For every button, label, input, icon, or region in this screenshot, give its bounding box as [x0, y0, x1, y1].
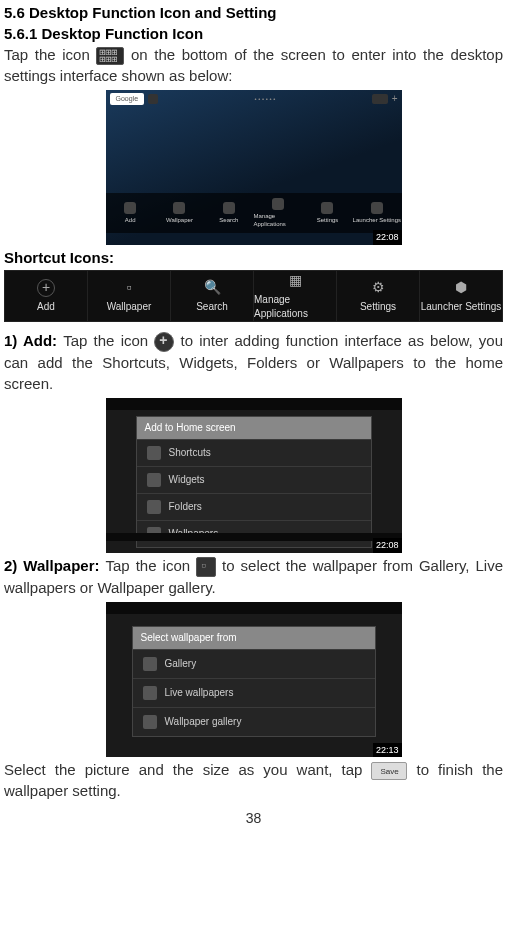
settings-icon: ⚙ — [369, 279, 387, 297]
label: Folders — [169, 500, 202, 514]
toolbar-item: Add — [106, 193, 155, 233]
shortcut-wallpaper: ▫Wallpaper — [87, 271, 170, 321]
dialog-row: Folders — [137, 493, 371, 520]
dialog-title: Add to Home screen — [137, 417, 371, 439]
dialog-row: Shortcuts — [137, 439, 371, 466]
label: Widgets — [169, 473, 205, 487]
wallpaper-dialog-screenshot: Select wallpaper from Gallery Live wallp… — [106, 602, 402, 757]
mic-icon — [148, 94, 158, 104]
label: Launcher Settings — [421, 300, 502, 314]
shortcut-settings: ⚙Settings — [336, 271, 419, 321]
shortcut-manage: ▦Manage Applications — [253, 271, 336, 321]
launcher-settings-icon — [371, 202, 383, 214]
launcher-settings-icon: ⬢ — [452, 279, 470, 297]
label: Manage Applications — [254, 293, 336, 321]
label: Search — [196, 300, 228, 314]
status-clock: 22:08 — [373, 230, 402, 245]
add-paragraph: 1) Add: Tap the icon to inter adding fun… — [4, 330, 503, 394]
home-topbar: Google • • • • • • + — [110, 92, 398, 106]
search-icon: 🔍 — [203, 279, 221, 297]
text: Tap the icon — [4, 46, 96, 63]
shortcut-icons-label: Shortcut Icons: — [4, 247, 503, 268]
intro-paragraph: Tap the icon on the bottom of the screen… — [4, 44, 503, 86]
label: Live wallpapers — [165, 686, 234, 700]
add-dialog-screenshot: Add to Home screen Shortcuts Widgets Fol… — [106, 398, 402, 553]
add-icon: + — [37, 279, 55, 297]
dialog-row: Wallpaper gallery — [133, 707, 375, 736]
status-clock: 22:13 — [373, 743, 402, 758]
dialog-title: Select wallpaper from — [133, 627, 375, 649]
label: Search — [219, 216, 238, 224]
dialog-row: Live wallpapers — [133, 678, 375, 707]
subsection-heading: 5.6.1 Desktop Function Icon — [4, 23, 503, 44]
toolbar-item: Settings — [303, 193, 352, 233]
settings-icon — [321, 202, 333, 214]
statusbar — [106, 602, 402, 614]
label: Manage Applications — [253, 212, 302, 229]
label: Wallpaper — [107, 300, 152, 314]
wallpaper-gallery-icon — [143, 715, 157, 729]
toolbar-item: Wallpaper — [155, 193, 204, 233]
wallpaper-icon — [173, 202, 185, 214]
apps-icon — [372, 94, 388, 104]
wallpaper-icon: ▫ — [120, 279, 138, 297]
wallpaper-lead: 2) Wallpaper: — [4, 557, 105, 574]
manage-apps-icon: ▦ — [286, 272, 304, 290]
label: Settings — [317, 216, 339, 224]
dialog-row: Widgets — [137, 466, 371, 493]
shortcuts-icon — [147, 446, 161, 460]
shortcut-bar-image: +Add ▫Wallpaper 🔍Search ▦Manage Applicat… — [4, 270, 503, 322]
label: Gallery — [165, 657, 197, 671]
search-icon — [223, 202, 235, 214]
add-dialog: Add to Home screen Shortcuts Widgets Fol… — [136, 416, 372, 548]
label: Shortcuts — [169, 446, 211, 460]
wallpaper-paragraph: 2) Wallpaper: Tap the icon to select the… — [4, 555, 503, 598]
text: Tap the icon — [63, 332, 154, 349]
status-clock: 22:08 — [373, 538, 402, 553]
toolbar-item: Search — [204, 193, 253, 233]
live-wallpapers-icon — [143, 686, 157, 700]
statusbar — [106, 398, 402, 410]
add-lead: 1) Add: — [4, 332, 63, 349]
label: Wallpaper — [166, 216, 193, 224]
wallpaper-inline-icon — [196, 557, 216, 577]
wallpaper-dialog: Select wallpaper from Gallery Live wallp… — [132, 626, 376, 737]
apps-grid-icon — [96, 47, 124, 65]
toolbar-item: Manage Applications — [253, 193, 302, 233]
add-icon — [124, 202, 136, 214]
section-heading: 5.6 Desktop Function Icon and Setting — [4, 2, 503, 23]
widgets-icon — [147, 473, 161, 487]
label: Add — [125, 216, 136, 224]
label: Wallpaper gallery — [165, 715, 242, 729]
manage-apps-icon — [272, 198, 284, 210]
label: Settings — [360, 300, 396, 314]
page-number: 38 — [4, 809, 503, 829]
desktop-toolbar: Add Wallpaper Search Manage Applications… — [106, 193, 402, 233]
bottombar — [106, 533, 402, 541]
page-indicator: • • • • • • — [162, 95, 368, 103]
label: Launcher Settings — [353, 216, 401, 224]
folders-icon — [147, 500, 161, 514]
desktop-screenshot: Google • • • • • • + Add Wallpaper Searc… — [106, 90, 402, 245]
add-plus-icon — [154, 332, 174, 352]
toolbar-item: Launcher Settings — [352, 193, 401, 233]
shortcut-search: 🔍Search — [170, 271, 253, 321]
shortcut-add: +Add — [5, 271, 87, 321]
finish-paragraph: Select the picture and the size as you w… — [4, 759, 503, 801]
gallery-icon — [143, 657, 157, 671]
plus-icon: + — [392, 92, 398, 106]
dialog-row: Gallery — [133, 649, 375, 678]
shortcut-launcher: ⬢Launcher Settings — [419, 271, 502, 321]
text: Tap the icon — [105, 557, 196, 574]
save-button-icon — [371, 762, 407, 780]
google-search-widget: Google — [110, 93, 145, 105]
label: Add — [37, 300, 55, 314]
text: Select the picture and the size as you w… — [4, 761, 362, 778]
